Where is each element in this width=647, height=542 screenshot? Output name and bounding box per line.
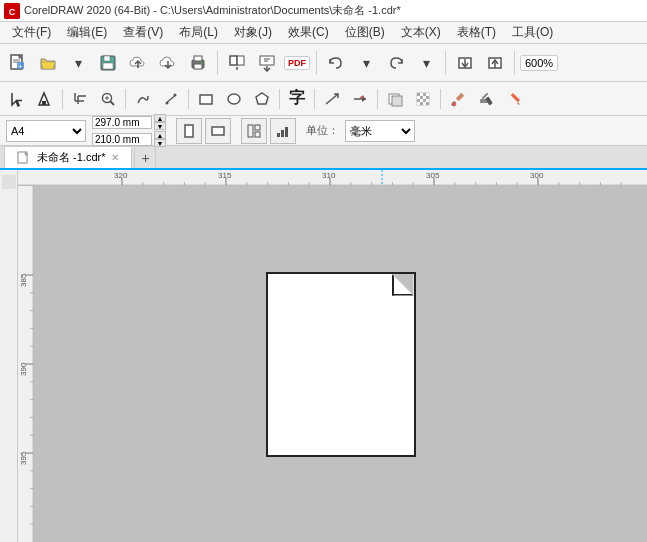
svg-rect-53: [426, 93, 429, 96]
svg-rect-54: [417, 96, 420, 99]
tab-close-button[interactable]: ✕: [111, 152, 119, 163]
print-button[interactable]: [184, 49, 212, 77]
svg-point-39: [174, 93, 177, 96]
cloud-upload[interactable]: [124, 49, 152, 77]
landscape-icon[interactable]: [205, 118, 231, 144]
menu-table[interactable]: 表格(T): [449, 22, 504, 43]
tab-label: 未命名 -1.cdr*: [37, 150, 105, 165]
menu-tools[interactable]: 工具(O): [504, 22, 561, 43]
zoom-tool[interactable]: [95, 86, 121, 112]
zoom-level[interactable]: 600%: [520, 55, 558, 71]
open-button[interactable]: [34, 49, 62, 77]
left-tools: [0, 170, 18, 542]
menu-object[interactable]: 对象(J): [226, 22, 280, 43]
svg-rect-48: [392, 96, 402, 106]
svg-rect-77: [255, 125, 260, 130]
title-bar: C CorelDRAW 2020 (64-Bit) - C:\Users\Adm…: [0, 0, 647, 22]
arrange-down[interactable]: [451, 49, 479, 77]
vertical-ruler: [18, 186, 34, 542]
shape-sep-6: [377, 89, 378, 109]
undo-dropdown[interactable]: ▾: [352, 49, 380, 77]
menu-bitmaps[interactable]: 位图(B): [337, 22, 393, 43]
transparency-tool[interactable]: [410, 86, 436, 112]
cloud-download[interactable]: [154, 49, 182, 77]
width-input[interactable]: [92, 116, 152, 129]
eyedropper-tool[interactable]: [445, 86, 471, 112]
height-up[interactable]: ▲: [154, 131, 166, 139]
rectangle-tool[interactable]: [193, 86, 219, 112]
svg-point-41: [228, 94, 240, 104]
canvas-scroll[interactable]: [34, 186, 647, 542]
svg-rect-17: [237, 56, 244, 65]
svg-rect-51: [420, 93, 423, 96]
toolbar-sep-3: [445, 51, 446, 75]
freehand-tool[interactable]: [130, 86, 156, 112]
connector-tool[interactable]: [347, 86, 373, 112]
ruler-corner: [1, 174, 17, 190]
shape-sep-4: [279, 89, 280, 109]
smart-fill-tool[interactable]: [501, 86, 527, 112]
pen-tool[interactable]: [158, 86, 184, 112]
svg-rect-56: [423, 96, 426, 99]
interactive-fill-tool[interactable]: [382, 86, 408, 112]
redo-button[interactable]: [382, 49, 410, 77]
open-dropdown[interactable]: ▾: [64, 49, 92, 77]
svg-rect-57: [426, 96, 429, 99]
page-size-select[interactable]: A4: [6, 120, 86, 142]
unit-label: 单位：: [306, 123, 339, 138]
export-button[interactable]: [253, 49, 281, 77]
svg-rect-13: [194, 56, 202, 61]
line-tool[interactable]: [319, 86, 345, 112]
node-tool[interactable]: [32, 86, 58, 112]
toolbar-sep-4: [514, 51, 515, 75]
text-tool[interactable]: 字: [284, 86, 310, 112]
menu-text[interactable]: 文本(X): [393, 22, 449, 43]
export-pdf[interactable]: PDF: [283, 49, 311, 77]
svg-rect-50: [417, 93, 420, 96]
arrange-up[interactable]: [481, 49, 509, 77]
save-button[interactable]: [94, 49, 122, 77]
document-page: [266, 272, 416, 457]
svg-rect-75: [212, 127, 224, 135]
svg-line-35: [110, 101, 114, 105]
polygon-tool[interactable]: [249, 86, 275, 112]
menu-edit[interactable]: 编辑(E): [59, 22, 115, 43]
svg-rect-65: [426, 102, 429, 105]
svg-rect-63: [420, 102, 423, 105]
menu-view[interactable]: 查看(V): [115, 22, 171, 43]
tab-bar: 未命名 -1.cdr* ✕ +: [0, 146, 647, 170]
menu-effects[interactable]: 效果(C): [280, 22, 337, 43]
document-tab[interactable]: 未命名 -1.cdr* ✕: [4, 146, 132, 168]
portrait-icon[interactable]: [176, 118, 202, 144]
import-button[interactable]: [223, 49, 251, 77]
menu-layout[interactable]: 布局(L): [171, 22, 226, 43]
shape-sep-7: [440, 89, 441, 109]
height-input[interactable]: [92, 133, 152, 146]
svg-rect-80: [281, 130, 284, 137]
smudge-tool[interactable]: [473, 86, 499, 112]
svg-rect-62: [417, 102, 420, 105]
svg-rect-72: [511, 93, 520, 102]
ellipse-tool[interactable]: [221, 86, 247, 112]
width-arrows: ▲ ▼: [154, 114, 166, 130]
undo-button[interactable]: [322, 49, 350, 77]
svg-rect-64: [423, 102, 426, 105]
width-up[interactable]: ▲: [154, 114, 166, 122]
unit-select[interactable]: 毫米: [345, 120, 415, 142]
width-row: ▲ ▼: [92, 114, 166, 130]
new-button[interactable]: +: [4, 49, 32, 77]
select-tool[interactable]: [4, 86, 30, 112]
redo-dropdown[interactable]: ▾: [412, 49, 440, 77]
menu-file[interactable]: 文件(F): [4, 22, 59, 43]
shape-sep-3: [188, 89, 189, 109]
svg-rect-66: [456, 92, 464, 100]
horizontal-ruler: [18, 170, 647, 186]
add-tab-button[interactable]: +: [134, 146, 156, 168]
page-layout-icon[interactable]: [241, 118, 267, 144]
chart-icon[interactable]: [270, 118, 296, 144]
page-orientation-icons: [176, 118, 231, 144]
svg-rect-14: [194, 64, 202, 69]
main-toolbar: + ▾ PDF ▾ ▾ 600%: [0, 44, 647, 82]
width-down[interactable]: ▼: [154, 122, 166, 130]
crop-tool[interactable]: [67, 86, 93, 112]
